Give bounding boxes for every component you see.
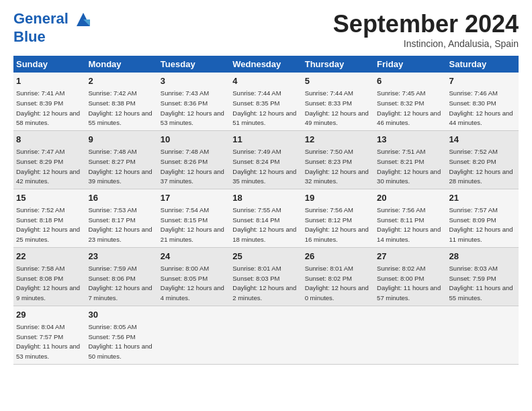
day-header-tuesday: Tuesday: [158, 56, 230, 73]
day-info: Sunrise: 7:59 AMSunset: 8:06 PMDaylight:…: [88, 265, 152, 302]
day-info: Sunrise: 7:48 AMSunset: 8:27 PMDaylight:…: [88, 148, 152, 185]
month-title: September 2024: [333, 10, 519, 38]
calendar-cell: 27Sunrise: 8:02 AMSunset: 8:00 PMDayligh…: [374, 247, 446, 306]
calendar-cell: 24Sunrise: 8:00 AMSunset: 8:05 PMDayligh…: [158, 247, 230, 306]
day-number: 5: [305, 75, 371, 87]
day-number: 1: [16, 75, 83, 87]
day-info: Sunrise: 7:57 AMSunset: 8:09 PMDaylight:…: [449, 206, 513, 243]
day-number: 12: [305, 134, 371, 146]
calendar-cell: 4Sunrise: 7:44 AMSunset: 8:35 PMDaylight…: [230, 73, 302, 130]
calendar-cell: 14Sunrise: 7:52 AMSunset: 8:20 PMDayligh…: [447, 130, 519, 189]
calendar-cell: 23Sunrise: 7:59 AMSunset: 8:06 PMDayligh…: [85, 247, 157, 306]
calendar-cell: 21Sunrise: 7:57 AMSunset: 8:09 PMDayligh…: [447, 189, 519, 247]
week-row-1: 1Sunrise: 7:41 AMSunset: 8:39 PMDaylight…: [13, 73, 519, 130]
day-number: 17: [161, 192, 227, 204]
calendar-table: SundayMondayTuesdayWednesdayThursdayFrid…: [13, 56, 519, 365]
day-info: Sunrise: 7:55 AMSunset: 8:14 PMDaylight:…: [232, 206, 296, 243]
header: General Blue September 2024 Instincion, …: [13, 10, 519, 49]
day-number: 22: [16, 250, 83, 263]
calendar-cell: 7Sunrise: 7:46 AMSunset: 8:30 PMDaylight…: [447, 73, 519, 130]
day-number: 23: [88, 250, 154, 263]
day-info: Sunrise: 7:58 AMSunset: 8:08 PMDaylight:…: [16, 265, 80, 302]
day-number: 3: [161, 75, 227, 87]
day-number: 13: [377, 134, 443, 146]
day-info: Sunrise: 7:51 AMSunset: 8:21 PMDaylight:…: [377, 148, 441, 185]
calendar-cell: 22Sunrise: 7:58 AMSunset: 8:08 PMDayligh…: [13, 247, 85, 306]
day-info: Sunrise: 7:44 AMSunset: 8:33 PMDaylight:…: [305, 89, 369, 126]
calendar-cell: 19Sunrise: 7:56 AMSunset: 8:12 PMDayligh…: [302, 189, 374, 247]
calendar-cell: 9Sunrise: 7:48 AMSunset: 8:27 PMDaylight…: [85, 130, 157, 189]
day-number: 16: [88, 192, 154, 204]
day-number: 9: [88, 134, 154, 146]
calendar-cell: 3Sunrise: 7:43 AMSunset: 8:36 PMDaylight…: [158, 73, 230, 130]
logo-text: General Blue: [13, 10, 93, 45]
day-number: 11: [232, 134, 299, 146]
calendar-cell: 2Sunrise: 7:42 AMSunset: 8:38 PMDaylight…: [85, 73, 157, 130]
day-number: 4: [232, 75, 299, 87]
day-info: Sunrise: 7:47 AMSunset: 8:29 PMDaylight:…: [16, 148, 80, 185]
day-number: 14: [449, 134, 516, 146]
day-number: 8: [16, 134, 83, 146]
day-number: 21: [449, 192, 516, 204]
day-header-thursday: Thursday: [302, 56, 374, 73]
calendar-cell: 1Sunrise: 7:41 AMSunset: 8:39 PMDaylight…: [13, 73, 85, 130]
location: Instincion, Andalusia, Spain: [333, 38, 519, 49]
calendar-cell: 10Sunrise: 7:48 AMSunset: 8:26 PMDayligh…: [158, 130, 230, 189]
day-number: 20: [377, 192, 443, 204]
day-info: Sunrise: 7:54 AMSunset: 8:15 PMDaylight:…: [161, 206, 224, 243]
calendar-cell: 30Sunrise: 8:05 AMSunset: 7:56 PMDayligh…: [85, 306, 157, 364]
day-info: Sunrise: 7:53 AMSunset: 8:17 PMDaylight:…: [88, 206, 152, 243]
calendar-header-row: SundayMondayTuesdayWednesdayThursdayFrid…: [13, 56, 519, 73]
week-row-4: 22Sunrise: 7:58 AMSunset: 8:08 PMDayligh…: [13, 247, 519, 306]
day-info: Sunrise: 8:05 AMSunset: 7:56 PMDaylight:…: [88, 323, 152, 360]
page: General Blue September 2024 Instincion, …: [0, 0, 532, 375]
calendar-cell: 15Sunrise: 7:52 AMSunset: 8:18 PMDayligh…: [13, 189, 85, 247]
calendar-cell: 28Sunrise: 8:03 AMSunset: 7:59 PMDayligh…: [447, 247, 519, 306]
day-number: 18: [232, 192, 299, 204]
calendar-cell: [302, 306, 374, 364]
calendar-cell: 12Sunrise: 7:50 AMSunset: 8:23 PMDayligh…: [302, 130, 374, 189]
calendar-cell: 16Sunrise: 7:53 AMSunset: 8:17 PMDayligh…: [85, 189, 157, 247]
day-number: 10: [161, 134, 227, 146]
calendar-cell: 11Sunrise: 7:49 AMSunset: 8:24 PMDayligh…: [230, 130, 302, 189]
day-number: 15: [16, 192, 83, 204]
calendar-cell: 20Sunrise: 7:56 AMSunset: 8:11 PMDayligh…: [374, 189, 446, 247]
day-info: Sunrise: 8:02 AMSunset: 8:00 PMDaylight:…: [377, 265, 441, 302]
day-info: Sunrise: 7:56 AMSunset: 8:11 PMDaylight:…: [377, 206, 441, 243]
week-row-3: 15Sunrise: 7:52 AMSunset: 8:18 PMDayligh…: [13, 189, 519, 247]
day-number: 6: [377, 75, 443, 87]
day-info: Sunrise: 7:46 AMSunset: 8:30 PMDaylight:…: [449, 89, 513, 126]
calendar-cell: 13Sunrise: 7:51 AMSunset: 8:21 PMDayligh…: [374, 130, 446, 189]
day-header-friday: Friday: [374, 56, 446, 73]
day-info: Sunrise: 7:45 AMSunset: 8:32 PMDaylight:…: [377, 89, 441, 126]
day-info: Sunrise: 7:56 AMSunset: 8:12 PMDaylight:…: [305, 206, 369, 243]
calendar-cell: [374, 306, 446, 364]
day-info: Sunrise: 8:01 AMSunset: 8:02 PMDaylight:…: [305, 265, 369, 302]
day-info: Sunrise: 8:00 AMSunset: 8:05 PMDaylight:…: [161, 265, 224, 302]
title-block: September 2024 Instincion, Andalusia, Sp…: [333, 10, 519, 49]
day-info: Sunrise: 7:41 AMSunset: 8:39 PMDaylight:…: [16, 89, 80, 126]
calendar-cell: [447, 306, 519, 364]
day-info: Sunrise: 7:48 AMSunset: 8:26 PMDaylight:…: [161, 148, 224, 185]
day-info: Sunrise: 7:49 AMSunset: 8:24 PMDaylight:…: [232, 148, 296, 185]
day-number: 29: [16, 309, 83, 321]
calendar-cell: 5Sunrise: 7:44 AMSunset: 8:33 PMDaylight…: [302, 73, 374, 130]
day-number: 28: [449, 250, 516, 263]
calendar-cell: [158, 306, 230, 364]
calendar-cell: 17Sunrise: 7:54 AMSunset: 8:15 PMDayligh…: [158, 189, 230, 247]
day-info: Sunrise: 7:50 AMSunset: 8:23 PMDaylight:…: [305, 148, 369, 185]
calendar-cell: 25Sunrise: 8:01 AMSunset: 8:03 PMDayligh…: [230, 247, 302, 306]
day-number: 7: [449, 75, 516, 87]
day-header-saturday: Saturday: [447, 56, 519, 73]
day-number: 25: [232, 250, 299, 263]
calendar-cell: 8Sunrise: 7:47 AMSunset: 8:29 PMDaylight…: [13, 130, 85, 189]
day-number: 30: [88, 309, 154, 321]
week-row-5: 29Sunrise: 8:04 AMSunset: 7:57 PMDayligh…: [13, 306, 519, 364]
week-row-2: 8Sunrise: 7:47 AMSunset: 8:29 PMDaylight…: [13, 130, 519, 189]
day-number: 26: [305, 250, 371, 263]
calendar-cell: 29Sunrise: 8:04 AMSunset: 7:57 PMDayligh…: [13, 306, 85, 364]
day-info: Sunrise: 7:52 AMSunset: 8:18 PMDaylight:…: [16, 206, 80, 243]
day-header-wednesday: Wednesday: [230, 56, 302, 73]
calendar-cell: 26Sunrise: 8:01 AMSunset: 8:02 PMDayligh…: [302, 247, 374, 306]
day-info: Sunrise: 7:44 AMSunset: 8:35 PMDaylight:…: [232, 89, 296, 126]
